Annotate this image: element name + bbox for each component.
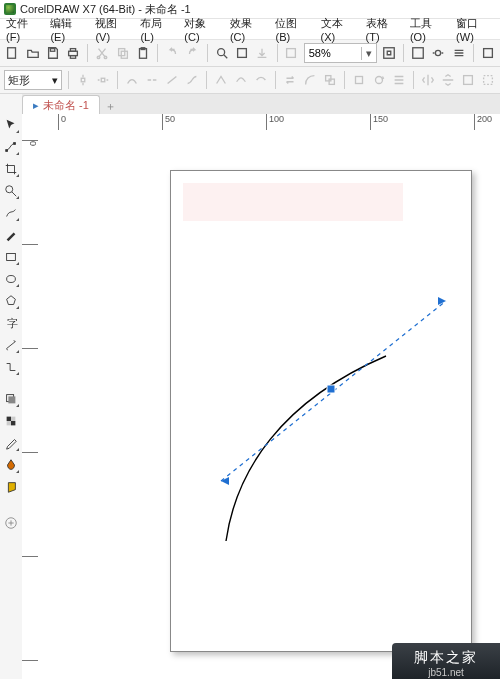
bezier-curve-path[interactable] <box>226 356 386 541</box>
interactive-fill-tool[interactable] <box>2 456 20 474</box>
save-button[interactable] <box>45 43 61 63</box>
watermark-badge: 脚本之家 jb51.net <box>392 643 500 679</box>
reflect-h-button[interactable] <box>420 70 436 90</box>
svg-rect-12 <box>238 49 247 58</box>
copy-button[interactable] <box>115 43 131 63</box>
drop-shadow-tool[interactable] <box>2 390 20 408</box>
reverse-dir-button[interactable] <box>282 70 298 90</box>
text-tool[interactable]: 字 <box>2 314 20 332</box>
document-tab[interactable]: ▸ 未命名 -1 <box>22 95 100 114</box>
canvas[interactable] <box>38 130 500 679</box>
show-rulers-button[interactable] <box>430 43 446 63</box>
align-nodes-button[interactable] <box>391 70 407 90</box>
menu-item[interactable]: 编辑(E) <box>50 16 85 43</box>
separator <box>275 71 276 89</box>
add-document-button[interactable]: ＋ <box>102 98 120 114</box>
tangent-arrow-start[interactable] <box>221 477 229 485</box>
ruler-tick <box>22 556 38 557</box>
join-nodes-button[interactable] <box>124 70 140 90</box>
menu-item[interactable]: 视图(V) <box>95 16 130 43</box>
cusp-node-button[interactable] <box>213 70 229 90</box>
extract-sub-button[interactable] <box>322 70 338 90</box>
menu-item[interactable]: 表格(T) <box>366 16 400 43</box>
rotate-nodes-button[interactable] <box>371 70 387 90</box>
svg-rect-25 <box>483 76 492 85</box>
stretch-nodes-button[interactable] <box>351 70 367 90</box>
launch-button[interactable] <box>480 43 496 63</box>
import-button[interactable] <box>234 43 250 63</box>
menu-item[interactable]: 对象(C) <box>184 16 220 43</box>
rectangle-tool[interactable] <box>2 248 20 266</box>
zoom-combo[interactable]: ▾ <box>304 43 377 63</box>
color-eyedropper-tool[interactable] <box>2 434 20 452</box>
reflect-v-button[interactable] <box>440 70 456 90</box>
shape-tool[interactable] <box>2 138 20 156</box>
tangent-handle-line[interactable] <box>221 301 446 481</box>
separator <box>277 44 278 62</box>
search-button[interactable] <box>213 43 229 63</box>
print-button[interactable] <box>65 43 81 63</box>
export-button[interactable] <box>254 43 270 63</box>
open-button[interactable] <box>24 43 40 63</box>
svg-point-28 <box>6 186 13 193</box>
svg-rect-1 <box>50 49 54 52</box>
menu-item[interactable]: 布局(L) <box>140 16 174 43</box>
document-tab-label: 未命名 -1 <box>43 98 89 113</box>
curve-node[interactable] <box>327 385 335 393</box>
smart-fill-tool[interactable] <box>2 478 20 496</box>
separator <box>157 44 158 62</box>
shape-preset-combo[interactable]: 矩形 ▾ <box>4 70 62 90</box>
publish-button[interactable] <box>283 43 299 63</box>
menu-item[interactable]: 文本(X) <box>321 16 356 43</box>
snap-button[interactable] <box>410 43 426 63</box>
svg-rect-37 <box>7 421 11 425</box>
tangent-arrow-end[interactable] <box>438 297 446 305</box>
to-line-button[interactable] <box>164 70 180 90</box>
select-all-nodes-button[interactable] <box>480 70 496 90</box>
ellipse-tool[interactable] <box>2 270 20 288</box>
shape-preset-label: 矩形 <box>8 73 30 88</box>
symm-node-button[interactable] <box>253 70 269 90</box>
connector-tool[interactable] <box>2 358 20 376</box>
separator <box>473 44 474 62</box>
cut-button[interactable] <box>94 43 110 63</box>
polygon-tool[interactable] <box>2 292 20 310</box>
new-doc-button[interactable] <box>4 43 20 63</box>
app-icon <box>4 3 16 15</box>
artistic-media-tool[interactable] <box>2 226 20 244</box>
delete-node-button[interactable] <box>95 70 111 90</box>
add-node-button[interactable] <box>75 70 91 90</box>
undo-button[interactable] <box>164 43 180 63</box>
svg-rect-14 <box>384 48 395 59</box>
zoom-tool[interactable] <box>2 182 20 200</box>
ruler-vertical[interactable]: 0 <box>22 130 39 679</box>
extend-curve-button[interactable] <box>302 70 318 90</box>
ruler-tick <box>22 660 38 661</box>
full-screen-button[interactable] <box>381 43 397 63</box>
menu-item[interactable]: 工具(O) <box>410 16 446 43</box>
pick-tool[interactable] <box>2 116 20 134</box>
transparency-tool[interactable] <box>2 412 20 430</box>
page[interactable] <box>170 170 472 652</box>
freehand-tool[interactable] <box>2 204 20 222</box>
zoom-input[interactable] <box>305 47 361 59</box>
zoom-dropdown-icon[interactable]: ▾ <box>361 47 376 60</box>
redo-button[interactable] <box>184 43 200 63</box>
menu-item[interactable]: 窗口(W) <box>456 16 494 43</box>
quick-customize-button[interactable] <box>2 514 20 532</box>
to-curve-button[interactable] <box>184 70 200 90</box>
elastic-mode-button[interactable] <box>460 70 476 90</box>
svg-rect-19 <box>101 78 105 82</box>
paste-button[interactable] <box>135 43 151 63</box>
menu-item[interactable]: 效果(C) <box>230 16 266 43</box>
smooth-node-button[interactable] <box>233 70 249 90</box>
menu-item[interactable]: 位图(B) <box>275 16 310 43</box>
crop-tool[interactable] <box>2 160 20 178</box>
parallel-dim-tool[interactable] <box>2 336 20 354</box>
ruler-horizontal[interactable]: 050100150200 <box>22 114 500 131</box>
break-nodes-button[interactable] <box>144 70 160 90</box>
ruler-tick <box>22 452 38 453</box>
menu-item[interactable]: 文件(F) <box>6 16 40 43</box>
options-button[interactable] <box>450 43 466 63</box>
svg-rect-3 <box>71 49 76 52</box>
